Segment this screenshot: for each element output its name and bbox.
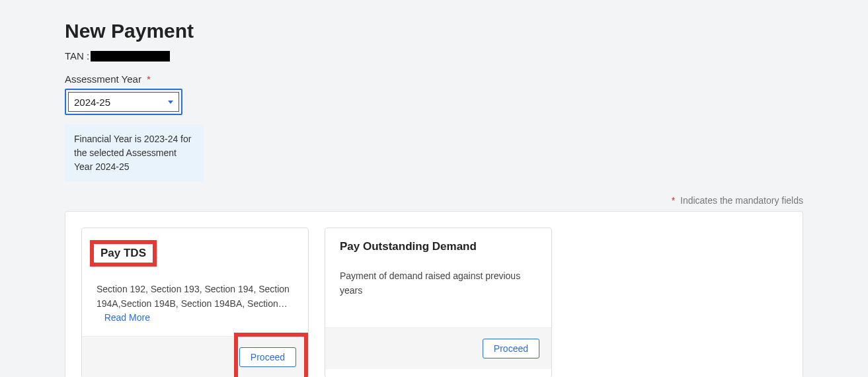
page-title: New Payment (65, 20, 803, 42)
assessment-year-label: Assessment Year * (65, 73, 803, 85)
tan-label: TAN : (65, 50, 89, 62)
mandatory-text: Indicates the mandatory fields (680, 195, 803, 206)
pay-outstanding-demand-card: Pay Outstanding Demand Payment of demand… (325, 228, 552, 377)
assessment-year-select[interactable]: 2024-25 (65, 89, 182, 115)
mandatory-star-icon: * (672, 195, 675, 206)
tan-value (91, 51, 170, 62)
pay-tds-card: Pay TDS Section 192, Section 193, Sectio… (81, 228, 309, 377)
pay-tds-desc-text: Section 192, Section 193, Section 194, S… (97, 284, 290, 309)
required-star-icon: * (147, 73, 151, 85)
read-more-link[interactable]: Read More (104, 312, 150, 323)
pay-tds-description: Section 192, Section 193, Section 194, S… (97, 282, 294, 325)
pay-tds-card-footer: Proceed (82, 336, 308, 377)
financial-year-info: Financial Year is 2023-24 for the select… (65, 124, 204, 182)
payment-options-panel: Pay TDS Section 192, Section 193, Sectio… (65, 211, 803, 377)
outstanding-card-footer: Proceed (325, 327, 551, 369)
assessment-year-select-inner[interactable]: 2024-25 (68, 92, 179, 112)
pay-tds-proceed-button[interactable]: Proceed (239, 347, 296, 367)
outstanding-description: Payment of demand raised against previou… (340, 269, 537, 298)
outstanding-title: Pay Outstanding Demand (340, 240, 477, 253)
pay-tds-title: Pay TDS (90, 240, 157, 267)
pay-tds-title-row: Pay TDS (97, 240, 294, 267)
page-container: New Payment TAN : Assessment Year * 2024… (0, 0, 868, 377)
mandatory-note: * Indicates the mandatory fields (65, 195, 803, 206)
tan-row: TAN : (65, 50, 803, 62)
assessment-year-label-text: Assessment Year (65, 73, 141, 85)
outstanding-title-row: Pay Outstanding Demand (340, 240, 537, 253)
outstanding-proceed-button[interactable]: Proceed (483, 339, 539, 358)
assessment-year-value: 2024-25 (74, 97, 110, 108)
outstanding-card-body: Pay Outstanding Demand Payment of demand… (325, 228, 551, 327)
pay-tds-card-body: Pay TDS Section 192, Section 193, Sectio… (82, 228, 308, 336)
caret-down-icon (168, 101, 173, 104)
